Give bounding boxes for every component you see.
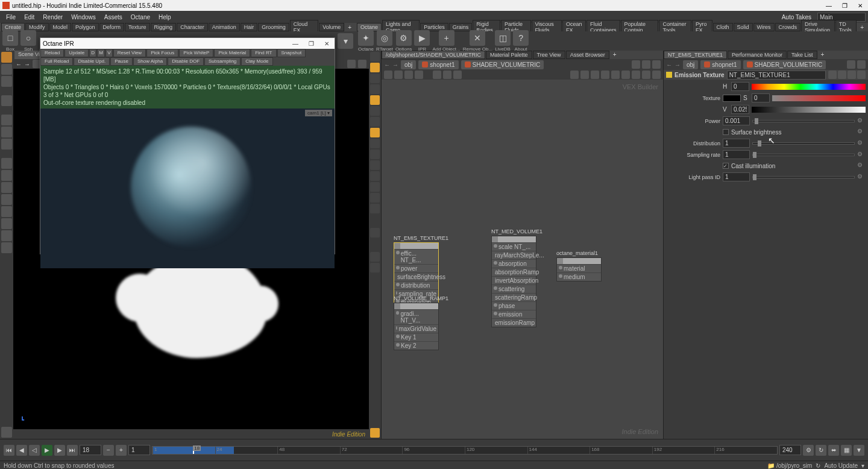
net-tool-icon[interactable] [404,71,413,79]
vp-tool-icon[interactable] [370,263,380,272]
tab-add-button[interactable]: + [818,51,828,59]
shelf-tab[interactable]: Solid [734,23,753,31]
menu-render[interactable]: Render [39,13,66,22]
pin-icon[interactable] [847,60,855,69]
ipr-button[interactable]: Disable Upd. [74,57,110,66]
distribution-slider[interactable] [752,142,855,145]
maximize-button[interactable]: ❐ [839,2,850,9]
tool-icon[interactable] [1,64,12,75]
last-frame-button[interactable]: ⏭ [67,445,78,456]
nav-fwd-icon[interactable]: → [392,61,398,68]
search-icon[interactable] [642,71,650,79]
vp-tool-icon[interactable] [370,228,380,238]
menu-edit[interactable]: Edit [20,13,38,22]
remove-object-icon[interactable]: ✕ [470,30,485,46]
gear-icon[interactable] [652,60,661,69]
path-seg[interactable]: SHADER_VOLUMETRIC [743,60,826,69]
net-tool-icon[interactable] [580,71,589,79]
vp-tool-icon[interactable] [370,428,380,438]
node-name-field[interactable] [727,71,826,80]
light-pass-id-slider[interactable] [752,176,855,178]
vp-tool-icon[interactable] [370,128,380,137]
shelf-tab[interactable]: Rigging [151,23,177,31]
vp-tool-icon[interactable] [370,193,380,203]
shelf-tab[interactable]: Wires [753,23,775,31]
shelf-tab[interactable]: Texture [125,23,150,31]
net-tab[interactable]: Material Palette [486,51,532,59]
ipr-render-view[interactable]: cam1 [L] ▾ [40,109,335,268]
end-frame-field[interactable] [779,445,801,455]
shelf-tab[interactable]: Crowds [775,23,801,31]
net-tool-icon[interactable] [632,71,640,79]
timeline-tool-icon[interactable]: ↻ [816,445,826,456]
sat-slider[interactable] [772,95,866,101]
ipr-button[interactable]: Reset View [113,49,146,57]
nav-fwd-icon[interactable]: → [24,61,30,68]
octane-ipr-window[interactable]: Octane IPR — ❐ ✕ Reload Update D M V Res… [40,37,335,254]
box-tool-icon[interactable]: □ [2,30,18,46]
node-volume-ramp[interactable]: gradi... NT_V... maxGridValue Key 1 Key … [394,303,439,350]
shelf-dropdown-icon[interactable]: ▾ [338,33,353,49]
ipr-close-button[interactable]: ✕ [321,40,332,47]
timeline-tool-icon[interactable]: ▦ [841,445,852,456]
first-frame-button[interactable]: ⏮ [4,445,14,456]
sat-field[interactable] [752,93,770,102]
net-tab[interactable]: Tree View [533,51,565,59]
param-tab[interactable]: Performance Monitor [728,51,787,59]
ipr-maximize-button[interactable]: ❐ [306,40,316,47]
ipr-button[interactable]: V [105,49,113,57]
minimize-button[interactable]: — [823,2,834,9]
shelf-tab[interactable]: Animation [209,23,240,31]
param-tab[interactable]: Take List [787,51,817,59]
ipr-button[interactable]: D [89,49,96,57]
tool-icon[interactable] [1,218,12,229]
tool-icon[interactable] [1,182,12,193]
net-tool-icon[interactable] [433,71,441,79]
net-tool-icon[interactable] [443,71,451,79]
ipr-button[interactable]: Pick Focus [146,49,178,57]
reload-icon[interactable]: ↻ [816,462,820,469]
net-tool-icon[interactable] [394,71,403,79]
current-frame-field[interactable] [80,445,101,455]
vp-tool-icon[interactable] [370,52,380,61]
ipr-button[interactable]: Snapshot [277,49,306,57]
nav-back-icon[interactable]: ← [384,61,390,68]
sampling-rate-slider[interactable] [752,154,855,156]
frame-minus-button[interactable]: − [103,445,114,456]
vp-tool-icon[interactable] [370,117,380,127]
ipr-button[interactable]: Pick Material [214,49,250,57]
auto-update-toggle[interactable]: Auto Update [824,462,858,469]
vp-tool-icon[interactable] [370,150,380,159]
path-seg[interactable]: shopnet1 [418,60,458,69]
info-icon[interactable] [848,71,856,79]
net-tool-icon[interactable] [453,71,462,79]
camera-indicator[interactable]: cam1 [L] ▾ [305,110,332,116]
next-frame-button[interactable]: ▶ [54,445,65,456]
gear-icon[interactable]: ⚙ [857,139,866,148]
shelf-tab[interactable]: Character [177,23,208,31]
shelf-tab[interactable]: Grooming [258,23,289,31]
sphere-tool-icon[interactable]: ○ [20,30,36,46]
ipr-titlebar[interactable]: Octane IPR — ❐ ✕ [40,38,335,49]
tool-icon[interactable] [1,242,12,253]
sampling-rate-field[interactable] [723,150,750,159]
val-slider[interactable] [752,107,866,113]
param-tool-icon[interactable] [828,71,837,79]
vp-tool-icon[interactable] [370,252,380,262]
shelf-tab[interactable]: Model [49,23,72,31]
shelf-add-button[interactable]: + [857,24,867,31]
help-icon[interactable] [857,71,866,79]
menu-help[interactable]: Help [155,13,175,22]
gear-icon[interactable]: ⚙ [857,128,866,136]
ipr-button[interactable]: Full Reload [40,57,73,66]
node-med-volume[interactable]: scale NT_... rayMarchStepLe... absorptio… [491,236,536,327]
menu-assets[interactable]: Assets [101,13,126,22]
ipr-button[interactable]: Subsampling [204,57,241,66]
power-slider[interactable] [752,120,855,122]
menu-octane[interactable]: Octane [127,13,154,22]
timeline-tool-icon[interactable]: ⚙ [803,445,814,456]
net-tool-icon[interactable] [621,71,630,79]
net-tool-icon[interactable] [415,71,423,79]
vp-tool-icon[interactable] [370,139,380,148]
net-tab[interactable]: /obj/shopnet1/SHADER_VOLUMETRIC [382,51,485,59]
